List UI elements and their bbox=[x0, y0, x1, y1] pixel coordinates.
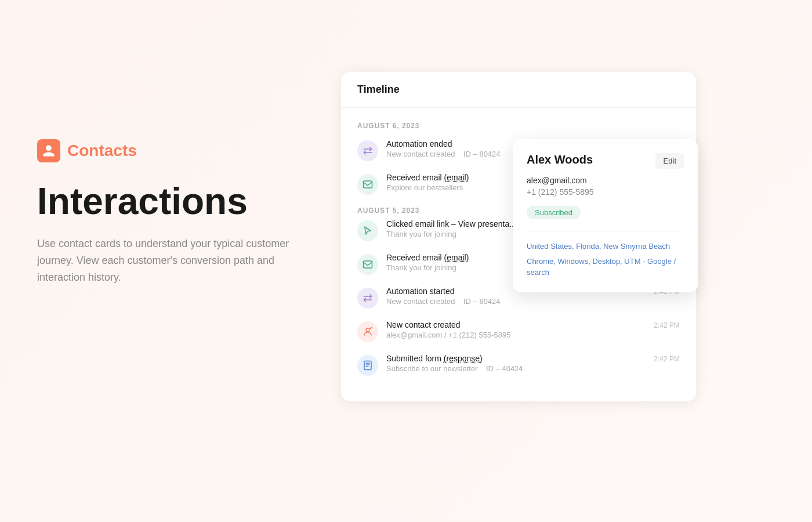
contacts-icon bbox=[37, 139, 60, 162]
svg-rect-0 bbox=[364, 181, 372, 188]
email-icon bbox=[362, 179, 373, 190]
date-label-aug6: AUGUST 6, 2023 bbox=[357, 122, 680, 130]
timeline-item: New contact created alex@gmail.com / +1 … bbox=[357, 320, 680, 342]
contact-email: alex@gmail.com bbox=[527, 176, 684, 185]
submitted-form-title: Submitted form (response) bbox=[386, 354, 646, 363]
cursor-icon-container bbox=[357, 220, 378, 241]
svg-rect-1 bbox=[364, 261, 372, 268]
subscribed-badge: Subscribed bbox=[527, 206, 581, 219]
timeline-title: Timeline bbox=[341, 72, 696, 108]
edit-button[interactable]: Edit bbox=[655, 153, 684, 169]
submitted-form-content: Submitted form (response) Subscribe to o… bbox=[386, 354, 646, 373]
form-icon bbox=[362, 360, 373, 371]
person-icon bbox=[42, 144, 56, 158]
new-contact-content: New contact created alex@gmail.com / +1 … bbox=[386, 320, 646, 339]
automation-started-icon-container bbox=[357, 288, 378, 309]
new-contact-time: 2:42 PM bbox=[654, 321, 680, 329]
interactions-desc: Use contact cards to understand your typ… bbox=[37, 235, 304, 285]
divider bbox=[527, 231, 684, 231]
contact-card-popup: Alex Woods Edit alex@gmail.com +1 (212) … bbox=[513, 139, 698, 292]
submitted-form-time: 2:42 PM bbox=[654, 355, 680, 363]
new-contact-icon-container bbox=[357, 321, 378, 342]
automation-started-subtitle: New contact created ID – 80424 bbox=[386, 297, 646, 306]
contacts-title: Contacts bbox=[67, 142, 137, 160]
new-contact-icon bbox=[362, 327, 373, 337]
email2-icon bbox=[362, 259, 373, 270]
contact-card-header: Alex Woods Edit bbox=[527, 153, 684, 169]
arrows-icon bbox=[362, 146, 373, 156]
cursor-icon bbox=[362, 226, 373, 236]
svg-point-2 bbox=[366, 328, 369, 332]
automation-started-icon bbox=[362, 293, 373, 303]
interactions-heading: Interactions bbox=[37, 181, 304, 222]
new-contact-subtitle: alex@gmail.com / +1 (212) 555-5895 bbox=[386, 331, 646, 339]
contact-location: United States, Florida, New Smyrna Beach bbox=[527, 241, 684, 252]
contacts-header: Contacts bbox=[37, 139, 304, 162]
contact-phone: +1 (212) 555-5895 bbox=[527, 187, 684, 197]
contact-name: Alex Woods bbox=[527, 153, 593, 166]
new-contact-title: New contact created bbox=[386, 320, 646, 329]
contact-tech: Chrome, Windows, Desktop, UTM - Google /… bbox=[527, 256, 684, 278]
automation-ended-icon bbox=[357, 140, 378, 161]
email-icon-container bbox=[357, 174, 378, 195]
left-panel: Contacts Interactions Use contact cards … bbox=[37, 139, 304, 286]
submitted-form-subtitle: Subscribe to our newsletter ID – 40424 bbox=[386, 364, 646, 373]
form-icon-container bbox=[357, 355, 378, 376]
timeline-item: Submitted form (response) Subscribe to o… bbox=[357, 354, 680, 376]
email2-icon-container bbox=[357, 254, 378, 275]
